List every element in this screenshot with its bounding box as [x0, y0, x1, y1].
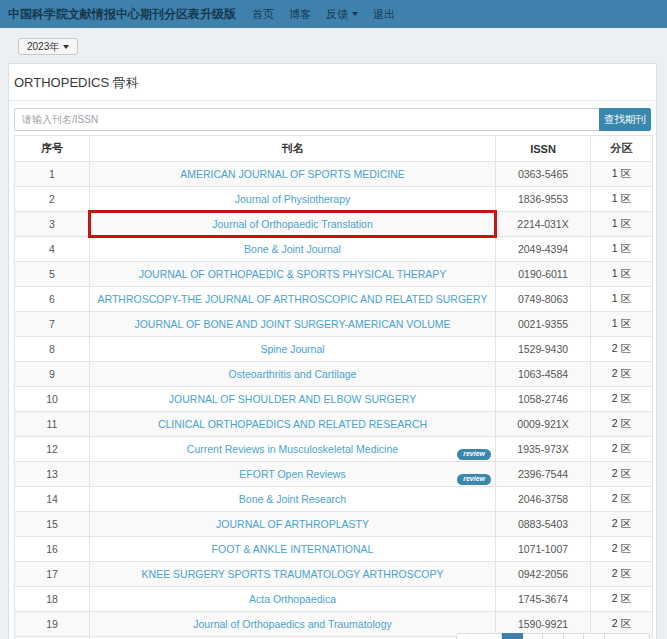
journal-name-link[interactable]: Journal of Orthopaedics and Traumatology [193, 618, 391, 630]
issn-cell: 0363-5465 [496, 162, 591, 187]
issn-cell: 1529-9430 [496, 337, 591, 362]
zone-cell: 1 区 [591, 287, 653, 312]
pagination: 上一页12345下一页 [456, 633, 650, 639]
journal-name-cell: JOURNAL OF ORTHOPAEDIC & SPORTS PHYSICAL… [90, 262, 496, 287]
pagination-button-4[interactable]: 4 [564, 633, 585, 639]
issn-cell: 1058-2746 [496, 387, 591, 412]
row-index-cell: 10 [15, 387, 90, 412]
brand-title[interactable]: 中国科学院文献情报中心期刊分区表升级版 [8, 6, 236, 23]
column-header-0: 序号 [15, 136, 90, 162]
journal-name-cell: Bone & Joint Journal [90, 237, 496, 262]
row-index-cell: 14 [15, 487, 90, 512]
journal-name-cell: JOURNAL OF SHOULDER AND ELBOW SURGERY [90, 387, 496, 412]
row-index-cell: 16 [15, 537, 90, 562]
journal-name-link[interactable]: KNEE SURGERY SPORTS TRAUMATOLOGY ARTHROS… [142, 568, 444, 580]
journal-name-cell: Bone & Joint Research [90, 487, 496, 512]
journal-name-link[interactable]: ARTHROSCOPY-THE JOURNAL OF ARTHROSCOPIC … [98, 293, 488, 305]
table-row: 17KNEE SURGERY SPORTS TRAUMATOLOGY ARTHR… [15, 562, 653, 587]
journal-name-link[interactable]: EFORT Open Reviews [239, 468, 345, 480]
journal-name-link[interactable]: CLINICAL ORTHOPAEDICS AND RELATED RESEAR… [158, 418, 427, 430]
pagination-button-1[interactable]: 1 [502, 633, 523, 639]
table-row: 9Osteoarthritis and Cartilage1063-45842 … [15, 362, 653, 387]
row-index-cell: 15 [15, 512, 90, 537]
journal-name-cell: Acta Orthopaedica [90, 587, 496, 612]
journal-name-link[interactable]: Current Reviews in Musculoskeletal Medic… [187, 443, 398, 455]
journal-name-cell: KNEE SURGERY SPORTS TRAUMATOLOGY ARTHROS… [90, 562, 496, 587]
issn-cell: 1745-3674 [496, 587, 591, 612]
issn-cell: 0190-6011 [496, 262, 591, 287]
zone-cell: 2 区 [591, 537, 653, 562]
journal-name-cell: JOURNAL OF ARTHROPLASTY [90, 512, 496, 537]
category-title: ORTHOPEDICS 骨科 [9, 64, 656, 101]
table-row: 4Bone & Joint Journal2049-43941 区 [15, 237, 653, 262]
year-dropdown-button[interactable]: 2023年 [18, 38, 78, 55]
zone-cell: 2 区 [591, 512, 653, 537]
column-header-1: 刊名 [90, 136, 496, 162]
journal-name-link[interactable]: JOURNAL OF ARTHROPLASTY [216, 518, 369, 530]
table-row: 15JOURNAL OF ARTHROPLASTY0883-54032 区 [15, 512, 653, 537]
journal-name-link[interactable]: Osteoarthritis and Cartilage [229, 368, 357, 380]
table-row: 7JOURNAL OF BONE AND JOINT SURGERY-AMERI… [15, 312, 653, 337]
review-badge: review [457, 449, 491, 460]
column-header-3: 分区 [591, 136, 653, 162]
journal-name-link[interactable]: Spine Journal [260, 343, 324, 355]
journal-name-link[interactable]: JOURNAL OF ORTHOPAEDIC & SPORTS PHYSICAL… [139, 268, 447, 280]
journal-name-cell: EFORT Open Reviewsreview [90, 462, 496, 487]
year-dropdown-label: 2023年 [27, 40, 59, 54]
issn-cell: 0883-5403 [496, 512, 591, 537]
table-row: 13EFORT Open Reviewsreview2396-75442 区 [15, 462, 653, 487]
table-row: 6ARTHROSCOPY-THE JOURNAL OF ARTHROSCOPIC… [15, 287, 653, 312]
journal-name-link[interactable]: JOURNAL OF SHOULDER AND ELBOW SURGERY [169, 393, 416, 405]
row-index-cell: 11 [15, 412, 90, 437]
search-button[interactable]: 查找期刊 [599, 108, 651, 131]
issn-cell: 0009-921X [496, 412, 591, 437]
journal-name-cell: Journal of Physiotherapy [90, 187, 496, 212]
caret-down-icon [352, 12, 358, 16]
journal-name-cell: Osteoarthritis and Cartilage [90, 362, 496, 387]
table-row: 14Bone & Joint Research2046-37582 区 [15, 487, 653, 512]
journal-name-cell: AMERICAN JOURNAL OF SPORTS MEDICINE [90, 162, 496, 187]
pagination-button-5[interactable]: 5 [584, 633, 605, 639]
issn-cell: 0749-8063 [496, 287, 591, 312]
journal-name-link[interactable]: Journal of Orthopaedic Translation [212, 218, 373, 230]
issn-cell: 0021-9355 [496, 312, 591, 337]
journal-name-link[interactable]: FOOT & ANKLE INTERNATIONAL [212, 543, 374, 555]
journal-name-link[interactable]: Journal of Physiotherapy [235, 193, 351, 205]
issn-cell: 1836-9553 [496, 187, 591, 212]
nav-item-home[interactable]: 首页 [252, 7, 274, 22]
nav-item-logout[interactable]: 退出 [373, 7, 395, 22]
pagination-button-3[interactable]: 3 [543, 633, 564, 639]
row-index-cell: 4 [15, 237, 90, 262]
row-index-cell: 9 [15, 362, 90, 387]
table-row: 5JOURNAL OF ORTHOPAEDIC & SPORTS PHYSICA… [15, 262, 653, 287]
nav-item-feedback[interactable]: 反馈 [326, 7, 358, 22]
issn-cell: 2396-7544 [496, 462, 591, 487]
issn-cell: 0942-2056 [496, 562, 591, 587]
pagination-button-下一页[interactable]: 下一页 [605, 633, 650, 639]
review-badge: review [457, 474, 491, 485]
journal-name-link[interactable]: Acta Orthopaedica [249, 593, 336, 605]
journal-name-link[interactable]: Bone & Joint Journal [244, 243, 341, 255]
journal-name-link[interactable]: JOURNAL OF BONE AND JOINT SURGERY-AMERIC… [134, 318, 450, 330]
row-index-cell: 3 [15, 212, 90, 237]
zone-cell: 2 区 [591, 462, 653, 487]
journal-name-cell: FOOT & ANKLE INTERNATIONAL [90, 537, 496, 562]
search-input[interactable] [14, 108, 599, 131]
journal-name-link[interactable]: AMERICAN JOURNAL OF SPORTS MEDICINE [180, 168, 405, 180]
journal-name-cell: JOURNAL OF BONE AND JOINT SURGERY-AMERIC… [90, 312, 496, 337]
journal-name-link[interactable]: Bone & Joint Research [239, 493, 346, 505]
column-header-2: ISSN [496, 136, 591, 162]
issn-cell: 2046-3758 [496, 487, 591, 512]
nav-item-blog[interactable]: 博客 [289, 7, 311, 22]
table-row: 12Current Reviews in Musculoskeletal Med… [15, 437, 653, 462]
journal-name-cell: Current Reviews in Musculoskeletal Medic… [90, 437, 496, 462]
zone-cell: 1 区 [591, 212, 653, 237]
pagination-button-2[interactable]: 2 [523, 633, 544, 639]
pagination-button-上一页[interactable]: 上一页 [456, 633, 502, 639]
navbar: 中国科学院文献情报中心期刊分区表升级版 首页博客反馈退出 [0, 0, 667, 28]
journal-name-cell: Journal of Orthopaedic Translation [90, 212, 496, 237]
zone-cell: 1 区 [591, 162, 653, 187]
zone-cell: 2 区 [591, 387, 653, 412]
journal-name-cell: Spine Journal [90, 337, 496, 362]
issn-cell: 1063-4584 [496, 362, 591, 387]
